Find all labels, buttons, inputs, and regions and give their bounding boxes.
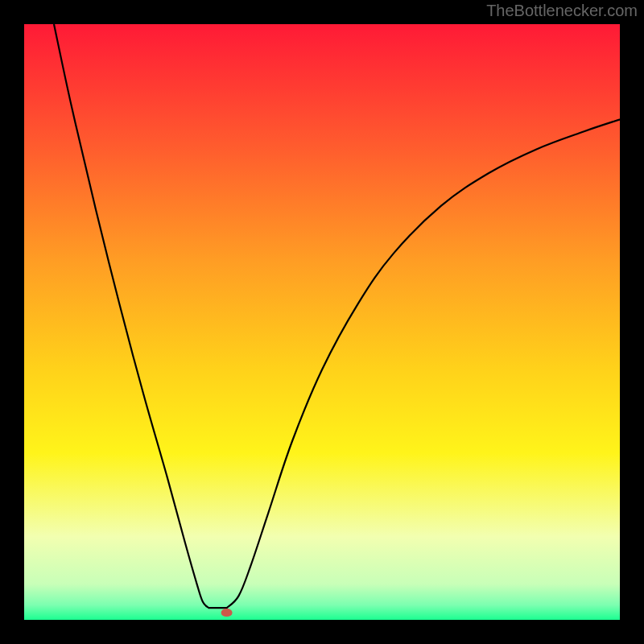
- plot-background: [24, 24, 620, 620]
- watermark-text: TheBottlenecker.com: [486, 2, 638, 20]
- bottleneck-chart: [0, 0, 644, 644]
- chart-container: TheBottlenecker.com: [0, 0, 644, 644]
- minimum-marker: [221, 609, 233, 617]
